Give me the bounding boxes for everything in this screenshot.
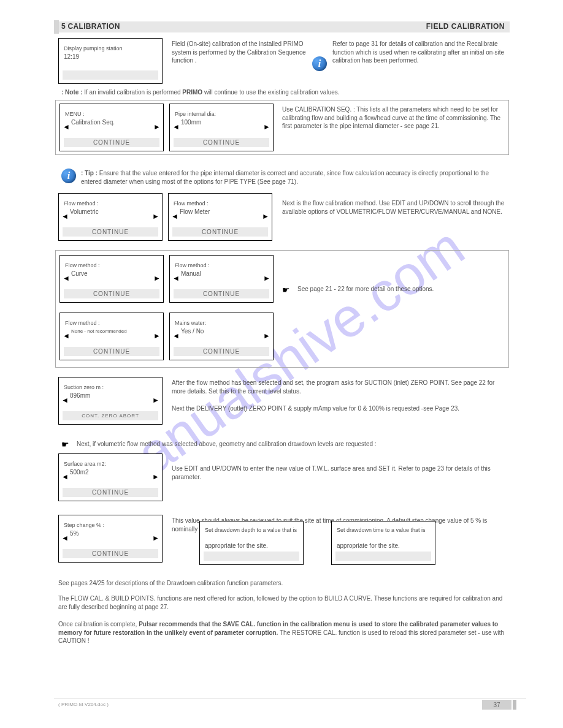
page-bar-accent — [513, 700, 516, 710]
r3b-top: Flow method : — [175, 262, 268, 269]
tip-1: : Tip : Ensure that the value entered fo… — [81, 169, 507, 186]
arrow-right-icon: ► — [152, 212, 159, 221]
r5-top: Surface area m2: — [64, 460, 157, 468]
r3d-mid: Yes / No — [181, 328, 204, 335]
r3a-mid: Curve — [71, 270, 88, 278]
section-title: 5 CALIBRATION — [61, 22, 120, 31]
hand-note: Next, if volumetric flow method was sele… — [77, 440, 506, 449]
r2r-top: Flow method : — [174, 200, 267, 207]
r5-mid: 500m2 — [70, 469, 89, 476]
display-box-r5: Surface area m2: ◄ 500m2 ► CONTINUE — [58, 453, 163, 501]
r3a-bar: CONTINUE — [64, 289, 159, 298]
arrow-right-icon: ► — [152, 534, 159, 542]
arrow-left-icon: ◄ — [172, 274, 180, 282]
info-icon: i — [61, 169, 76, 183]
r6m-mid: appropriate for the site. — [205, 542, 268, 550]
r6r-mid: appropriate for the site. — [337, 542, 400, 550]
r3-note: See page 21 - 22 for more detail on thes… — [297, 285, 503, 294]
r4-mid: 896mm — [70, 392, 90, 400]
arrow-left-icon: ◄ — [63, 332, 70, 340]
r1l-top: MENU : — [65, 110, 158, 118]
r1l-bar: CONTINUE — [64, 138, 159, 147]
r6m-bar — [204, 552, 299, 561]
r5-bar: CONTINUE — [63, 488, 158, 497]
display-box-r1-left: MENU : ◄ Calibration Seq. ► CONTINUE — [59, 104, 164, 151]
arrow-right-icon: ► — [152, 472, 159, 481]
r3d-bar: CONTINUE — [174, 347, 269, 356]
arrow-right-icon: ► — [263, 123, 270, 131]
r1r-top: Pipe internal dia: — [175, 110, 268, 118]
display-box-r3-a: Flow method : ◄ Curve ► CONTINUE — [59, 255, 164, 303]
arrow-left-icon: ◄ — [63, 123, 70, 131]
display-box-r6-left: Step change % : ◄ 5% ► CONTINUE — [58, 515, 163, 563]
r2l-bar: CONTINUE — [63, 227, 158, 237]
r6m-top: Set drawdown depth to a value that is — [205, 526, 298, 534]
r6r-top: Set drawdown time to a value that is — [337, 526, 430, 534]
display-bar — [63, 70, 158, 80]
display-text: Display pumping station — [64, 45, 157, 52]
arrow-right-icon: ► — [263, 332, 270, 340]
arrow-left-icon: ◄ — [61, 472, 69, 481]
r3c-bar: CONTINUE — [64, 347, 159, 356]
bottom-p2: The FLOW CAL. & BUILD POINTS. functions … — [58, 594, 507, 611]
r3c-top: Flow method : — [65, 319, 158, 327]
arrow-left-icon: ◄ — [61, 212, 69, 221]
tip-label: : Tip : — [81, 170, 98, 176]
r1l-mid: Calibration Seq. — [71, 119, 115, 126]
bottom-p3: Once calibration is complete, Pulsar rec… — [58, 620, 507, 645]
bottom-p3-a: Once calibration is complete, — [58, 621, 139, 628]
note-text-3: will continue to use the existing calibr… — [204, 89, 340, 96]
r2l-mid: Volumetric — [70, 208, 99, 216]
pointing-hand-icon: ☛ — [61, 439, 69, 449]
display-box-r2-right: Flow method : ◄ Flow Meter ► CONTINUE — [168, 193, 272, 241]
bottom-p1: See pages 24/25 for descriptions of the … — [58, 579, 507, 588]
r4-top: Suction zero m : — [64, 384, 157, 391]
arrow-left-icon: ◄ — [61, 534, 69, 542]
display-box-r1-right: Pipe internal dia: ◄ 100mm ► CONTINUE — [169, 104, 274, 151]
display-box-r2-left: Flow method : ◄ Volumetric ► CONTINUE — [58, 193, 163, 241]
arrow-left-icon: ◄ — [61, 396, 69, 404]
r2r-bar: CONTINUE — [172, 227, 268, 237]
display-box-r3-b: Flow method : ◄ Manual ► CONTINUE — [169, 255, 274, 303]
arrow-left-icon: ◄ — [172, 123, 180, 131]
r5-desc: Use EDIT and UP/DOWN to enter the new va… — [172, 464, 508, 481]
page-number: 37 — [482, 700, 511, 710]
note-text-2: PRIMO — [182, 89, 204, 96]
arrow-right-icon: ► — [152, 396, 159, 404]
r4-desc2: Next the DELIVERY (outlet) ZERO POINT & … — [172, 404, 508, 413]
r6l-bar: CONTINUE — [63, 549, 158, 558]
tip-text: Ensure that the value entered for the pi… — [81, 170, 489, 185]
r1r-bar: CONTINUE — [174, 138, 269, 147]
arrow-left-icon: ◄ — [171, 212, 178, 221]
arrow-left-icon: ◄ — [63, 274, 70, 282]
display-box-r6-right: Set drawdown time to a value that is app… — [331, 521, 435, 565]
r3b-bar: CONTINUE — [174, 289, 269, 298]
r2l-top: Flow method : — [64, 200, 157, 207]
info-icon: i — [312, 56, 327, 71]
arrow-right-icon: ► — [153, 123, 161, 131]
display-box-r3-c: Flow method : ◄ None - not recommended ►… — [59, 313, 164, 360]
display-box-intro: Display pumping station 12:19 — [58, 38, 163, 84]
display-box-r4: Suction zero m : ◄ 896mm ► CONT. ZERO AB… — [58, 377, 163, 425]
r1-desc: Use CALIBRATION SEQ. : This lists all th… — [282, 105, 503, 131]
intro-note: : Note : If an invalid calibration is pe… — [61, 89, 340, 96]
arrow-right-icon: ► — [263, 274, 270, 282]
arrow-right-icon: ► — [262, 212, 269, 221]
r3c-mid: None - not recommended — [71, 328, 127, 335]
r3b-mid: Manual — [181, 270, 201, 278]
section-subtitle: FIELD CALIBRATION — [426, 22, 505, 31]
display-time: 12:19 — [64, 53, 79, 61]
arrow-right-icon: ► — [153, 332, 161, 340]
r6l-mid: 5% — [70, 530, 79, 537]
r2r-mid: Flow Meter — [180, 208, 210, 216]
r6r-bar — [335, 552, 431, 561]
section-bar-accent — [54, 20, 59, 34]
note-label: : Note : — [61, 89, 82, 96]
display-box-r6-mid: Set drawdown depth to a value that is ap… — [199, 521, 304, 565]
r3d-top: Mains water: — [175, 319, 268, 327]
r3a-top: Flow method : — [65, 262, 158, 269]
footer-doc: ( PRIMO-M-V204.doc ) — [58, 702, 109, 707]
r1r-mid: 100mm — [181, 119, 201, 126]
arrow-left-icon: ◄ — [172, 332, 180, 340]
footer-rule — [54, 699, 526, 706]
